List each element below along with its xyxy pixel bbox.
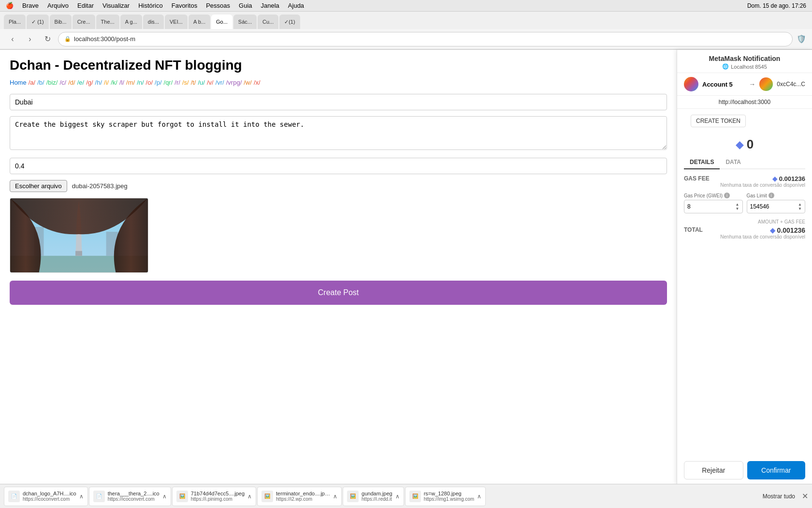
tab-7[interactable]: dis... bbox=[143, 15, 164, 29]
file-chooser-button[interactable]: Escolher arquivo bbox=[10, 180, 67, 192]
nav-biz[interactable]: /biz/ bbox=[46, 79, 58, 86]
download-icon-2: 📄 bbox=[93, 491, 105, 502]
nav-d[interactable]: /d/ bbox=[68, 79, 75, 86]
tab-12[interactable]: Cu... bbox=[258, 15, 278, 29]
nav-qr[interactable]: /qr/ bbox=[164, 79, 173, 86]
tab-details[interactable]: DETAILS bbox=[684, 156, 720, 169]
menu-historico[interactable]: Histórico bbox=[138, 2, 163, 9]
nav-l[interactable]: /l/ bbox=[119, 79, 124, 86]
tab-3[interactable]: Bib... bbox=[50, 15, 72, 29]
metamask-site-url: http://localhost:3000 bbox=[677, 96, 812, 109]
nav-c[interactable]: /c/ bbox=[59, 79, 66, 86]
nav-e[interactable]: /e/ bbox=[77, 79, 84, 86]
tab-2[interactable]: ✓ (1) bbox=[27, 15, 49, 29]
download-chevron-6[interactable]: ∧ bbox=[477, 493, 481, 500]
gas-price-arrows[interactable]: ▲ ▼ bbox=[736, 202, 740, 211]
gas-price-input[interactable]: 8 ▲ ▼ bbox=[684, 200, 743, 213]
gas-limit-arrows[interactable]: ▲ ▼ bbox=[798, 202, 802, 211]
download-url-2: https://icoconvert.com bbox=[108, 496, 160, 502]
title-input[interactable]: Dubai bbox=[10, 94, 667, 110]
nav-u[interactable]: /u/ bbox=[198, 79, 204, 86]
nav-s[interactable]: /s/ bbox=[182, 79, 189, 86]
create-post-button[interactable]: Create Post bbox=[10, 281, 667, 305]
tab-1[interactable]: Pla... bbox=[4, 15, 26, 29]
gas-price-info-icon[interactable]: i bbox=[724, 193, 730, 198]
download-chevron-3[interactable]: ∧ bbox=[247, 493, 252, 500]
nav-vr[interactable]: /vr/ bbox=[216, 79, 224, 86]
tab-6[interactable]: A g... bbox=[120, 15, 142, 29]
menu-arquivo[interactable]: Arquivo bbox=[47, 2, 69, 9]
tab-4[interactable]: Cre... bbox=[72, 15, 95, 29]
forward-button[interactable]: › bbox=[23, 32, 37, 46]
tab-11[interactable]: Sác... bbox=[233, 15, 257, 29]
menu-editar[interactable]: Editar bbox=[77, 2, 94, 9]
menu-pessoas[interactable]: Pessoas bbox=[206, 2, 230, 9]
amount-gas-label: AMOUNT + GAS FEE bbox=[677, 217, 812, 225]
browser-tabs: Pla... ✓ (1) Bib... Cre... The... A g...… bbox=[0, 12, 812, 29]
download-chevron-4[interactable]: ∧ bbox=[333, 493, 337, 500]
home-link[interactable]: Home bbox=[10, 79, 27, 86]
tab-13[interactable]: ✓(1) bbox=[279, 15, 300, 29]
show-all-button[interactable]: Mostrar tudo bbox=[759, 491, 799, 502]
arrow-icon: → bbox=[749, 80, 755, 88]
menu-favoritos[interactable]: Favoritos bbox=[172, 2, 197, 9]
gas-fee-right: ◆ 0.001236 Nenhuma taxa de conversão dis… bbox=[720, 175, 805, 188]
tab-data[interactable]: DATA bbox=[720, 156, 747, 169]
create-token-button[interactable]: CREATE TOKEN bbox=[691, 115, 746, 127]
down-arrow[interactable]: ▼ bbox=[736, 207, 740, 211]
nav-x[interactable]: /x/ bbox=[254, 79, 261, 86]
refresh-button[interactable]: ↻ bbox=[41, 32, 54, 46]
nav-b[interactable]: /b/ bbox=[37, 79, 44, 86]
up-arrow[interactable]: ▲ bbox=[798, 202, 802, 207]
download-chevron-5[interactable]: ∧ bbox=[395, 493, 400, 500]
nav-a[interactable]: /a/ bbox=[29, 79, 35, 86]
nav-vrpg[interactable]: /vrpg/ bbox=[226, 79, 242, 86]
menu-visualizar[interactable]: Visualizar bbox=[102, 2, 130, 9]
nav-h[interactable]: /h/ bbox=[95, 79, 102, 86]
download-chevron-1[interactable]: ∧ bbox=[79, 493, 84, 500]
nav-r[interactable]: /r/ bbox=[174, 79, 180, 86]
menu-janela[interactable]: Janela bbox=[261, 2, 279, 9]
apple-menu[interactable]: 🍎 bbox=[6, 2, 14, 9]
gas-limit-info-icon[interactable]: i bbox=[768, 193, 774, 198]
nav-k[interactable]: /k/ bbox=[111, 79, 117, 86]
gas-limit-value: 154546 bbox=[750, 203, 769, 210]
menu-guia[interactable]: Guia bbox=[239, 2, 252, 9]
confirm-button[interactable]: Confirmar bbox=[747, 461, 806, 479]
up-arrow[interactable]: ▲ bbox=[736, 202, 740, 207]
gas-inputs-row: Gas Price (GWEI) i 8 ▲ ▼ Gas Limit i bbox=[677, 191, 812, 217]
download-chevron-2[interactable]: ∧ bbox=[162, 493, 167, 500]
tab-8[interactable]: VEI... bbox=[165, 15, 188, 29]
nav-w[interactable]: /w/ bbox=[244, 79, 252, 86]
menu-brave[interactable]: Brave bbox=[22, 2, 39, 9]
eth-balance-row: ◆ 0 bbox=[677, 133, 812, 156]
nav-g[interactable]: /g/ bbox=[86, 79, 93, 86]
download-info-2: thera___thera_2....ico https://icoconver… bbox=[108, 491, 160, 502]
nav-p[interactable]: /p/ bbox=[155, 79, 161, 86]
back-button[interactable]: ‹ bbox=[6, 32, 19, 46]
download-item-6: 🖼️ rs=w_1280.jpeg https://img1.wsimg.com… bbox=[405, 487, 486, 506]
tab-active[interactable]: Go... bbox=[211, 15, 232, 29]
download-url-1: https://icoconvert.com bbox=[23, 496, 76, 502]
tab-9[interactable]: A b... bbox=[188, 15, 210, 29]
dismiss-downloads-button[interactable]: ✕ bbox=[802, 492, 808, 501]
tab-5[interactable]: The... bbox=[96, 15, 119, 29]
download-info-1: dchan_logo_A7H....ico https://icoconvert… bbox=[23, 491, 76, 502]
down-arrow[interactable]: ▼ bbox=[798, 207, 802, 211]
gas-fee-row: GAS FEE ◆ 0.001236 Nenhuma taxa de conve… bbox=[677, 173, 812, 190]
nav-o[interactable]: /o/ bbox=[146, 79, 153, 86]
total-label: TOTAL bbox=[684, 226, 703, 233]
nav-i[interactable]: /i/ bbox=[104, 79, 109, 86]
address-bar[interactable]: 🔒 localhost:3000/post-m bbox=[58, 32, 793, 46]
menu-ajuda[interactable]: Ajuda bbox=[288, 2, 304, 9]
gas-limit-input[interactable]: 154546 ▲ ▼ bbox=[747, 200, 806, 213]
nav-m[interactable]: /m/ bbox=[126, 79, 135, 86]
nav-v[interactable]: /v/ bbox=[207, 79, 214, 86]
price-input[interactable] bbox=[10, 158, 667, 174]
create-token-row: CREATE TOKEN bbox=[677, 109, 812, 133]
download-item-4: 🖼️ terminator_endo....jpeg https://i2.wp… bbox=[257, 487, 342, 506]
reject-button[interactable]: Rejeitar bbox=[684, 461, 743, 479]
nav-n[interactable]: /n/ bbox=[137, 79, 144, 86]
nav-t[interactable]: /t/ bbox=[191, 79, 196, 86]
content-textarea[interactable]: Create the biggest sky scraper but forgo… bbox=[10, 116, 667, 150]
